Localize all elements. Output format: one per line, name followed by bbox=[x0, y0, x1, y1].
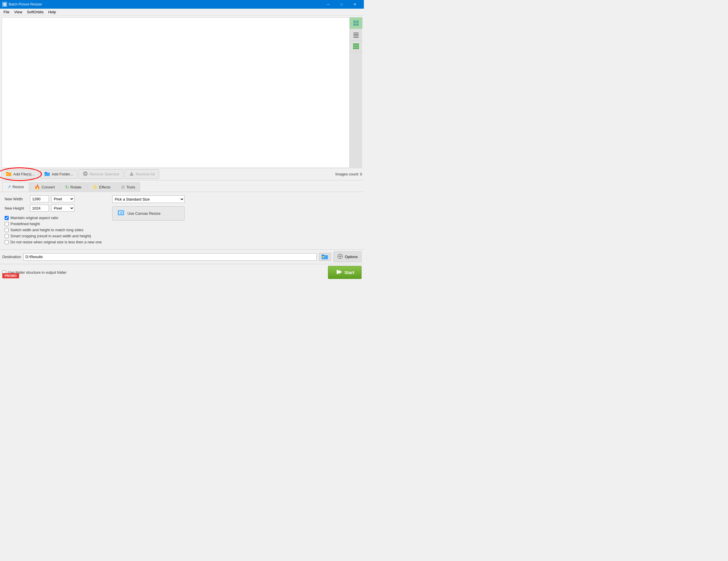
switch-width-height-label: Switch width and height to match long si… bbox=[10, 228, 83, 232]
destination-browse-button[interactable] bbox=[319, 253, 331, 261]
svg-rect-12 bbox=[355, 45, 357, 47]
start-icon bbox=[335, 269, 342, 276]
view-list-button[interactable] bbox=[350, 29, 362, 40]
options-icon bbox=[337, 254, 343, 260]
maintain-aspect-label: Maintain original aspect ratio bbox=[10, 216, 58, 220]
convert-tab-icon: 🔥 bbox=[34, 185, 40, 190]
resize-right-col: Pick a Standard Size Use Canvas Resize bbox=[112, 195, 185, 246]
svg-marker-24 bbox=[130, 172, 134, 176]
promo-badge: PROMO bbox=[2, 273, 19, 278]
svg-rect-18 bbox=[6, 172, 8, 173]
switch-width-height-row: Switch width and height to match long si… bbox=[5, 228, 102, 232]
svg-rect-9 bbox=[355, 43, 357, 45]
options-button[interactable]: Options bbox=[333, 252, 362, 262]
new-width-label: New Width bbox=[5, 197, 28, 201]
smart-cropping-checkbox[interactable] bbox=[5, 234, 9, 238]
canvas-resize-button[interactable]: Use Canvas Resize bbox=[112, 206, 185, 221]
svg-rect-8 bbox=[353, 43, 355, 45]
do-not-resize-label: Do not resize when original size is less… bbox=[10, 240, 102, 244]
menu-softorbits[interactable]: SoftOrbits bbox=[25, 9, 46, 15]
tab-convert[interactable]: 🔥 Convert bbox=[30, 182, 60, 192]
maintain-aspect-checkbox[interactable] bbox=[5, 216, 9, 220]
svg-rect-34 bbox=[340, 258, 340, 259]
remove-selected-button[interactable]: Remove Selected bbox=[78, 169, 124, 179]
close-button[interactable]: ✕ bbox=[348, 0, 362, 9]
effects-tab-label: Effects bbox=[99, 185, 111, 189]
menu-view[interactable]: View bbox=[12, 9, 25, 15]
options-label: Options bbox=[345, 255, 358, 259]
tab-rotate[interactable]: ↻ Rotate bbox=[60, 182, 86, 192]
new-height-input[interactable] bbox=[30, 205, 49, 212]
app-icon: 🖼 bbox=[2, 2, 7, 7]
tools-tab-icon: ⚙ bbox=[121, 185, 125, 190]
canvas-resize-icon bbox=[117, 209, 125, 218]
file-list-area bbox=[2, 17, 362, 168]
maintain-aspect-row: Maintain original aspect ratio bbox=[5, 216, 102, 220]
action-bar: Use folder structure in output folder St… bbox=[0, 264, 364, 280]
resize-tab-content: New Width Pixel Percent cm mm inch New H… bbox=[0, 192, 364, 250]
start-button[interactable]: Start bbox=[328, 266, 362, 279]
rotate-tab-label: Rotate bbox=[70, 185, 81, 189]
tab-tools[interactable]: ⚙ Tools bbox=[116, 182, 140, 192]
height-unit-select[interactable]: Pixel Percent cm mm inch bbox=[51, 205, 74, 212]
view-thumbnails-button[interactable] bbox=[350, 17, 362, 29]
standard-size-select[interactable]: Pick a Standard Size bbox=[112, 195, 185, 203]
svg-rect-33 bbox=[340, 254, 340, 255]
menu-bar: File View SoftOrbits Help bbox=[0, 9, 364, 16]
remove-selected-icon bbox=[83, 171, 88, 177]
smart-cropping-row: Smart cropping (result in exact width an… bbox=[5, 234, 102, 238]
svg-rect-4 bbox=[353, 33, 359, 33]
tab-effects[interactable]: ✨ Effects bbox=[87, 182, 116, 192]
predefined-height-label: Predefined height bbox=[10, 222, 40, 226]
canvas-resize-label: Use Canvas Resize bbox=[128, 211, 161, 216]
destination-input[interactable] bbox=[23, 253, 317, 261]
resize-tab-icon: ↗ bbox=[7, 184, 11, 190]
svg-rect-13 bbox=[357, 45, 359, 47]
remove-all-icon bbox=[129, 171, 134, 177]
tab-resize[interactable]: ↗ Resize bbox=[2, 182, 29, 192]
add-files-label: Add File(s)... bbox=[13, 172, 35, 176]
file-toolbar: Add File(s)... Add Folder... Remove Sele… bbox=[0, 168, 364, 180]
tab-strip: ↗ Resize 🔥 Convert ↻ Rotate ✨ Effects ⚙ … bbox=[0, 180, 364, 192]
do-not-resize-row: Do not resize when original size is less… bbox=[5, 240, 102, 244]
new-width-input[interactable] bbox=[30, 195, 49, 202]
svg-rect-29 bbox=[322, 255, 324, 256]
add-folder-button[interactable]: Add Folder... bbox=[40, 170, 78, 179]
do-not-resize-checkbox[interactable] bbox=[5, 240, 9, 244]
resize-options-grid: New Width Pixel Percent cm mm inch New H… bbox=[5, 195, 359, 246]
svg-rect-21 bbox=[45, 172, 47, 173]
svg-rect-11 bbox=[353, 45, 355, 47]
minimize-button[interactable]: ─ bbox=[322, 0, 335, 9]
new-height-label: New Height bbox=[5, 206, 28, 211]
svg-rect-30 bbox=[322, 256, 324, 258]
svg-rect-19 bbox=[7, 173, 8, 174]
main-content: Add File(s)... Add Folder... Remove Sele… bbox=[0, 16, 364, 280]
resize-left-col: New Width Pixel Percent cm mm inch New H… bbox=[5, 195, 102, 246]
app-title: Batch Picture Resizer bbox=[9, 2, 322, 6]
svg-rect-7 bbox=[353, 37, 359, 38]
maximize-button[interactable]: □ bbox=[335, 0, 348, 9]
width-unit-select[interactable]: Pixel Percent cm mm inch bbox=[51, 195, 74, 202]
smart-cropping-label: Smart cropping (result in exact width an… bbox=[10, 234, 91, 238]
svg-rect-36 bbox=[342, 256, 343, 257]
rotate-tab-icon: ↻ bbox=[65, 185, 69, 190]
remove-all-button[interactable]: Remove All bbox=[125, 169, 159, 179]
title-bar: 🖼 Batch Picture Resizer ─ □ ✕ bbox=[0, 0, 364, 9]
predefined-height-row: Predefined height bbox=[5, 222, 102, 226]
view-grid-button[interactable] bbox=[350, 40, 362, 52]
svg-rect-2 bbox=[353, 23, 356, 26]
svg-rect-5 bbox=[353, 34, 359, 35]
switch-width-height-checkbox[interactable] bbox=[5, 228, 9, 232]
menu-help[interactable]: Help bbox=[46, 9, 58, 15]
new-height-row: New Height Pixel Percent cm mm inch bbox=[5, 205, 102, 212]
tools-tab-label: Tools bbox=[126, 185, 135, 189]
new-width-row: New Width Pixel Percent cm mm inch bbox=[5, 195, 102, 202]
add-files-wrapper: Add File(s)... bbox=[2, 170, 39, 179]
remove-selected-label: Remove Selected bbox=[89, 172, 119, 176]
predefined-height-checkbox[interactable] bbox=[5, 222, 9, 226]
view-toggle-area bbox=[349, 17, 362, 168]
menu-file[interactable]: File bbox=[1, 9, 12, 15]
convert-tab-label: Convert bbox=[42, 185, 55, 189]
add-files-button[interactable]: Add File(s)... bbox=[2, 170, 39, 179]
svg-rect-1 bbox=[356, 21, 359, 23]
